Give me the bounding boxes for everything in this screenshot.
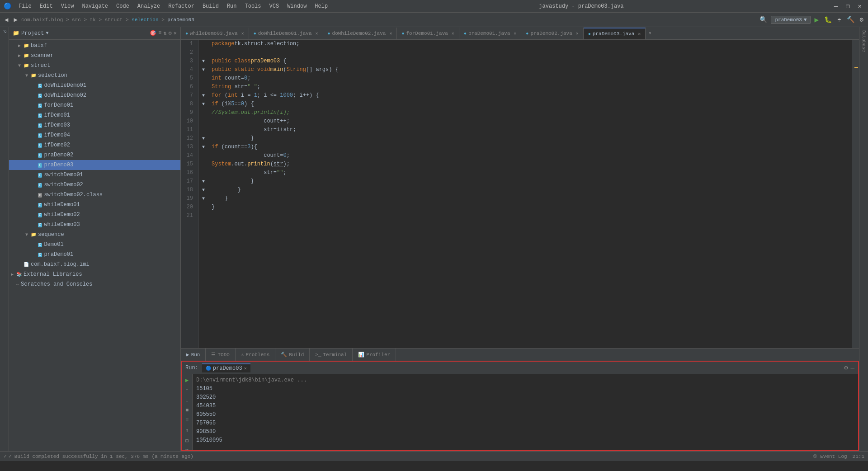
menu-code[interactable]: Code [113,2,133,10]
tab-close-praDemo01[interactable]: ✕ [514,31,516,36]
run-trash-icon[interactable]: 🗑 [184,447,191,450]
run-layout-icon[interactable]: ⊞ [184,437,189,445]
tabs-overflow-button[interactable]: ▾ [646,30,654,37]
tool-tab-profiler[interactable]: 📊 Profiler [353,349,396,361]
tree-item-dowhiledemo01[interactable]: CdoWhileDemo01 [9,80,180,90]
build-button[interactable]: 🔨 [845,15,856,24]
tool-tab-problems[interactable]: ⚠ Problems [236,349,275,361]
menu-navigate[interactable]: Navigate [78,2,112,10]
tree-item-scratches-and-consoles[interactable]: ✏Scratches and Consoles [9,279,180,289]
tab-close-praDemo02[interactable]: ✕ [576,31,579,36]
tab-close-doWhileDemo02[interactable]: ✕ [389,31,392,36]
fold-arrow[interactable]: ▼ [199,186,208,194]
tree-item-prademo03[interactable]: CpraDemo03 [9,160,180,170]
tree-item-prademo02[interactable]: CpraDemo02 [9,150,180,160]
tree-item-external-libraries[interactable]: ▶📚External Libraries [9,269,180,279]
tree-item-switchdemo01[interactable]: CswitchDemo01 [9,170,180,180]
run-button[interactable]: ▶ [812,14,821,25]
tab-whileDemo03[interactable]: ● whileDemo03.java ✕ [181,28,249,39]
tree-item-ifdemo04[interactable]: CifDemo04 [9,130,180,140]
run-panel-minimize[interactable]: — [851,364,854,372]
tab-doWhileDemo01[interactable]: ● doWhileDemo01.java ✕ [249,28,323,39]
tree-item-sequence[interactable]: ▼📁sequence [9,230,180,240]
tab-praDemo01[interactable]: ● praDemo01.java ✕ [459,28,521,39]
tool-tab-build[interactable]: 🔨 Build [275,349,310,361]
settings-button[interactable]: ⚙ [858,15,865,24]
maximize-button[interactable]: ❐ [843,2,852,10]
menu-view[interactable]: View [57,2,78,10]
tool-tab-run[interactable]: ▶ Run [181,349,206,361]
fold-arrow[interactable]: ▼ [199,91,208,100]
close-button[interactable]: ✕ [855,2,864,10]
menu-file[interactable]: File [15,2,35,10]
menu-refactor[interactable]: Refactor [165,2,198,10]
tab-praDemo02[interactable]: ● praDemo02.java ✕ [521,28,583,39]
locate-icon[interactable]: 🎯 [150,30,156,37]
fold-arrow[interactable]: ▼ [199,194,208,203]
tree-item-ifdemo01[interactable]: CifDemo01 [9,110,180,120]
tab-close-praDemo03[interactable]: ✕ [638,31,641,37]
tree-item-demo01[interactable]: CDemo01 [9,240,180,250]
run-play-icon[interactable]: ▶ [184,376,189,385]
run-panel-settings[interactable]: ⚙ [844,364,848,372]
tab-doWhileDemo02[interactable]: ● doWhileDemo02.java ✕ [323,28,397,39]
run-tab-close[interactable]: ✕ [244,366,247,371]
run-export-icon[interactable]: ⬆ [184,426,189,435]
run-tab-praDemo03[interactable]: 🔵 praDemo03 ✕ [202,363,250,372]
sort-icon[interactable]: ⇅ [163,30,166,37]
code-editor[interactable]: 123456789101112131415161718192021 ▼▼▼▼▼▼… [181,40,859,348]
fold-arrow[interactable]: ▼ [199,143,208,151]
tab-close-whileDemo03[interactable]: ✕ [241,31,244,36]
tree-item-ifdemo03[interactable]: CifDemo03 [9,120,180,130]
tree-item-whiledemo03[interactable]: CwhileDemo03 [9,220,180,230]
event-log-button[interactable]: ① Event Log [813,453,847,459]
database-icon[interactable]: Database [860,29,868,53]
debug-button[interactable]: 🐛 [822,15,834,24]
menu-vcs[interactable]: VCS [266,2,283,10]
tab-forDemo01[interactable]: ● forDemo01.java ✕ [397,28,459,39]
tree-item-selection[interactable]: ▼📁selection [9,71,180,80]
menu-build[interactable]: Build [199,2,222,10]
coverage-button[interactable]: ☂ [835,15,843,24]
back-button[interactable]: ◀ [3,15,10,24]
tab-close-doWhileDemo01[interactable]: ✕ [316,31,318,36]
run-stop-icon[interactable]: ■ [184,406,189,414]
menu-help[interactable]: Help [311,2,331,10]
menu-edit[interactable]: Edit [36,2,57,10]
collapse-icon[interactable]: ≡ [158,30,161,37]
fold-arrow[interactable]: ▼ [199,177,208,186]
fold-arrow[interactable]: ▼ [199,100,208,108]
run-down-icon[interactable]: ↓ [184,396,189,405]
tree-item-ifdome02[interactable]: CifDome02 [9,140,180,150]
tree-item-fordemo01[interactable]: CforDemo01 [9,100,180,110]
tree-item-whiledemo02[interactable]: CwhileDemo02 [9,210,180,220]
tree-item-com.baixf.blog.iml[interactable]: 📄com.baixf.blog.iml [9,259,180,269]
tree-item-switchdemo02[interactable]: CswitchDemo02 [9,180,180,190]
tool-tab-terminal[interactable]: >_ Terminal [310,349,353,361]
fold-arrow[interactable]: ▼ [199,134,208,143]
project-icon[interactable]: P [0,29,8,34]
tab-praDemo03[interactable]: ● praDemo03.java ✕ [584,28,646,39]
menu-window[interactable]: Window [283,2,310,10]
fold-arrow[interactable]: ▼ [199,66,208,74]
settings-icon[interactable]: ⚙ [169,30,172,37]
tree-item-whiledemo01[interactable]: CwhileDemo01 [9,200,180,210]
tree-item-baixf[interactable]: ▶📁baixf [9,41,180,51]
tree-item-prademo01[interactable]: CpraDemo01 [9,250,180,259]
code-content[interactable]: package tk.struct.selection;public class… [208,40,852,348]
tool-tab-todo[interactable]: ☰ TODO [206,349,235,361]
tree-item-dowhiledemo02[interactable]: CdoWhileDemo02 [9,90,180,100]
menu-tools[interactable]: Tools [241,2,265,10]
project-dropdown-icon[interactable]: ▼ [46,31,48,36]
menu-run[interactable]: Run [223,2,241,10]
run-up-icon[interactable]: ↑ [184,386,189,395]
tree-item-switchdemo02.class[interactable]: cswitchDemo02.class [9,190,180,200]
tab-close-forDemo01[interactable]: ✕ [452,31,454,36]
minimize-button[interactable]: — [831,3,840,10]
close-panel-icon[interactable]: ✕ [174,30,177,37]
tree-item-struct[interactable]: ▼📁struct [9,61,180,71]
search-icon[interactable]: 🔍 [758,15,769,24]
run-wrap-icon[interactable]: ≡ [184,416,189,424]
tree-item-scanner[interactable]: ▶📁scanner [9,51,180,61]
fold-arrow[interactable]: ▼ [199,57,208,66]
